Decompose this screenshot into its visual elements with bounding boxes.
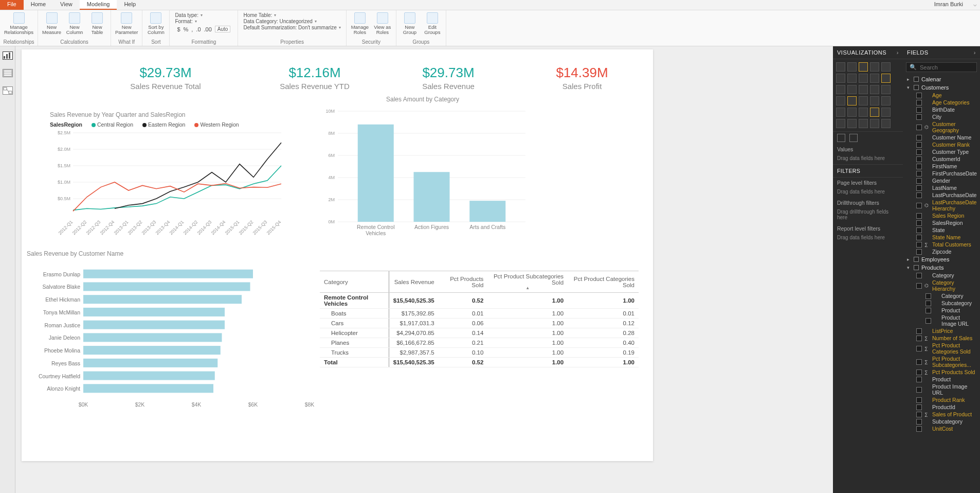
thousands-button[interactable]: , xyxy=(191,26,193,32)
viz-type-icon[interactable] xyxy=(859,62,868,72)
data-view-button[interactable] xyxy=(3,69,13,77)
viz-type-icon[interactable] xyxy=(881,74,891,83)
kpi-sales-profit[interactable]: $14.39M Sales Profit xyxy=(515,65,649,91)
viz-type-icon[interactable] xyxy=(847,62,857,72)
data-category-dropdown[interactable]: Data Category: Uncategorized xyxy=(243,19,340,24)
field-state-name[interactable]: State Name xyxy=(905,234,978,241)
field-subcategory[interactable]: Subcategory xyxy=(905,418,978,425)
data-type-dropdown[interactable]: Data type: xyxy=(175,12,232,18)
report-filters-drop[interactable]: Drag data fields here xyxy=(833,234,903,243)
field-sales-region[interactable]: Sales Region xyxy=(905,212,978,219)
viz-type-icon[interactable] xyxy=(881,108,891,117)
edit-groups-button[interactable]: Edit Groups xyxy=(422,11,443,35)
field-customerid[interactable]: CustomerId xyxy=(905,155,978,163)
table-products[interactable]: ▾Products xyxy=(905,263,978,272)
field-firstname[interactable]: FirstName xyxy=(905,163,978,170)
field-listprice[interactable]: ListPrice xyxy=(905,327,978,334)
tab-help[interactable]: Help xyxy=(117,0,143,10)
viz-type-icon[interactable] xyxy=(859,108,868,117)
field-zipcode[interactable]: Zipcode xyxy=(905,248,978,255)
new-measure-button[interactable]: New Measure xyxy=(41,11,62,35)
field-gender[interactable]: Gender xyxy=(905,177,978,184)
field-product-image-url[interactable]: Product Image URL xyxy=(905,383,978,396)
field-number-of-sales[interactable]: ∑Number of Sales xyxy=(905,334,978,342)
decimals-auto[interactable]: Auto xyxy=(215,26,231,32)
field-salesregion[interactable]: SalesRegion xyxy=(905,219,978,226)
viz-type-icon[interactable] xyxy=(870,85,879,94)
viz-type-icon[interactable] xyxy=(836,108,845,117)
viz-type-icon[interactable] xyxy=(836,85,845,94)
sort-by-column-button[interactable]: Sort by Column xyxy=(146,11,166,35)
table-customers[interactable]: ▾Customers xyxy=(905,83,978,92)
viz-type-icon[interactable] xyxy=(836,96,845,105)
tab-view[interactable]: View xyxy=(53,0,80,10)
viz-type-icon[interactable] xyxy=(859,119,868,128)
field-product-rank[interactable]: Product Rank xyxy=(905,396,978,403)
field-subcategory[interactable]: Subcategory xyxy=(905,300,978,307)
percent-button[interactable]: % xyxy=(184,26,189,32)
field-sales-of-product[interactable]: ∑Sales of Product xyxy=(905,411,978,418)
new-table-button[interactable]: New Table xyxy=(87,11,107,35)
tab-modeling[interactable]: Modeling xyxy=(80,0,117,10)
format-tab-icon[interactable] xyxy=(849,134,858,142)
file-menu[interactable]: File xyxy=(0,0,24,10)
field-unitcost[interactable]: UnitCost xyxy=(905,425,978,432)
field-customer-name[interactable]: Customer Name xyxy=(905,134,978,141)
manage-roles-button[interactable]: Manage Roles xyxy=(350,11,370,35)
report-view-button[interactable] xyxy=(3,51,13,60)
field-lastpurchasedate[interactable]: LastPurchaseDate xyxy=(905,191,978,199)
viz-type-icon[interactable] xyxy=(870,96,879,105)
currency-button[interactable]: $ xyxy=(177,26,180,32)
field-product[interactable]: Product xyxy=(905,307,978,314)
view-as-roles-button[interactable]: View as Roles xyxy=(372,11,393,35)
decrease-decimals-icon[interactable]: .0 xyxy=(196,26,201,32)
viz-type-icon[interactable] xyxy=(870,119,879,128)
kpi-sales-revenue-total[interactable]: $29.73M Sales Revenue Total xyxy=(99,65,232,91)
model-view-button[interactable] xyxy=(3,86,13,95)
field-pct-products-sold[interactable]: ∑Pct Products Sold xyxy=(905,368,978,376)
viz-type-icon[interactable] xyxy=(881,96,891,105)
manage-relationships-button[interactable]: Manage Relationships xyxy=(3,11,34,35)
viz-type-icon[interactable] xyxy=(859,85,868,94)
viz-type-icon[interactable] xyxy=(836,62,845,72)
page-filters-drop[interactable]: Drag data fields here xyxy=(833,188,903,198)
field-pct-product-categories-sold[interactable]: ∑Pct Product Categories Sold xyxy=(905,342,978,355)
matrix-category-table[interactable]: CategorySales RevenuePct Products SoldPc… xyxy=(320,271,639,367)
viz-type-icon[interactable] xyxy=(847,74,857,83)
increase-decimals-icon[interactable]: .00 xyxy=(204,26,212,32)
values-drop-hint[interactable]: Drag data fields here xyxy=(833,154,903,164)
viz-type-icon[interactable] xyxy=(870,108,879,117)
viz-type-icon[interactable] xyxy=(881,119,891,128)
report-canvas[interactable]: $29.73M Sales Revenue Total $12.16M Sale… xyxy=(15,46,833,493)
field-product-image-url[interactable]: Product Image URL xyxy=(905,314,978,327)
summarization-dropdown[interactable]: Default Summarization: Don't summarize xyxy=(243,25,340,30)
table-employees[interactable]: ▸Employees xyxy=(905,255,978,263)
viz-type-icon[interactable] xyxy=(870,62,879,72)
field-customer-rank[interactable]: Customer Rank xyxy=(905,141,978,148)
field-age-categories[interactable]: Age Categories xyxy=(905,99,978,106)
viz-type-icon[interactable] xyxy=(836,119,845,128)
viz-type-icon[interactable] xyxy=(836,74,845,83)
field-lastpurchasedate-hierarchy[interactable]: ⌬LastPurchaseDate Hierarchy xyxy=(905,199,978,212)
viz-type-icon[interactable] xyxy=(881,85,891,94)
field-category-hierarchy[interactable]: ⌬Category Hierarchy xyxy=(905,279,978,292)
field-birthdate[interactable]: BirthDate xyxy=(905,106,978,113)
viz-type-icon[interactable] xyxy=(847,85,857,94)
field-age[interactable]: Age xyxy=(905,92,978,99)
field-product[interactable]: Product xyxy=(905,376,978,383)
new-column-button[interactable]: New Column xyxy=(64,11,85,35)
field-customer-geography[interactable]: ⌬Customer Geography xyxy=(905,120,978,134)
ribbon-collapse-icon[interactable]: ⌵ xyxy=(970,0,980,10)
home-table-dropdown[interactable]: Home Table: xyxy=(243,12,340,18)
field-total-customers[interactable]: ∑Total Customers xyxy=(905,241,978,248)
search-input[interactable] xyxy=(920,64,980,71)
chart-revenue-by-customer[interactable]: Sales Revenue by Customer Name Erasmo Du… xyxy=(27,250,315,411)
fields-search[interactable]: 🔍 xyxy=(906,62,977,72)
new-group-button[interactable]: New Group xyxy=(400,11,420,35)
field-city[interactable]: City xyxy=(905,113,978,120)
tab-home[interactable]: Home xyxy=(24,0,53,10)
field-state[interactable]: State xyxy=(905,226,978,234)
collapse-pane-icon[interactable]: › xyxy=(897,49,899,56)
drillthrough-drop[interactable]: Drag drillthrough fields here xyxy=(833,208,903,223)
kpi-sales-revenue[interactable]: $29.73M Sales Revenue xyxy=(382,65,515,91)
